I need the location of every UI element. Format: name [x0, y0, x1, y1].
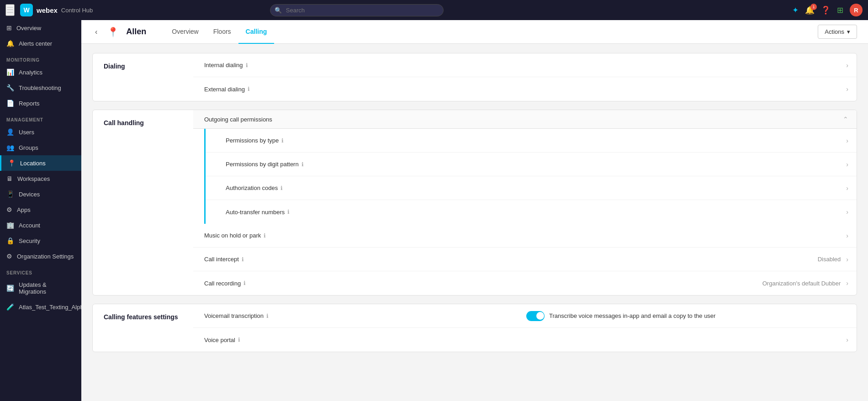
sidebar-item-atlas-test[interactable]: 🧪 Atlas_Test_Texting_Alpha	[0, 299, 81, 315]
voicemail-transcription-label: Voicemail transcription ℹ	[204, 312, 526, 319]
main-content: ‹ 📍 Allen Overview Floors Calling Action…	[81, 20, 868, 401]
voicemail-transcription-row: Voicemail transcription ℹ Transcribe voi…	[193, 304, 857, 328]
devices-icon: 📱	[6, 190, 14, 198]
sidebar-item-users[interactable]: 👤 Users	[0, 124, 81, 140]
voicemail-toggle[interactable]	[526, 311, 545, 321]
sidebar-item-security[interactable]: 🔒 Security	[0, 233, 81, 248]
indent-bar: Permissions by type ℹ › Permissions by d…	[204, 129, 857, 224]
security-icon: 🔒	[6, 237, 14, 244]
account-icon: 🏢	[6, 222, 14, 229]
external-dialing-info-icon[interactable]: ℹ	[248, 86, 250, 92]
topnav: ☰ W webex Control Hub 🔍 ✦ 🔔 1 ❓ ⊞ R	[0, 0, 868, 20]
call-handling-title: Call handling	[93, 110, 193, 295]
alerts-icon: 🔔	[6, 40, 14, 47]
app-logo: W webex Control Hub	[20, 4, 93, 16]
call-recording-chevron-icon: ›	[846, 280, 848, 287]
page-header: ‹ 📍 Allen Overview Floors Calling Action…	[81, 20, 868, 44]
sidebar-item-updates[interactable]: 🔄 Updates & Migrations	[0, 277, 81, 299]
music-hold-label: Music on hold or park ℹ	[204, 232, 846, 239]
call-recording-value: Organization's default Dubber	[762, 280, 841, 287]
auth-codes-row[interactable]: Authorization codes ℹ ›	[206, 176, 857, 200]
external-dialing-row[interactable]: External dialing ℹ ›	[193, 77, 857, 101]
auth-codes-info-icon[interactable]: ℹ	[281, 185, 283, 191]
internal-dialing-row[interactable]: Internal dialing ℹ ›	[193, 53, 857, 77]
tab-floors[interactable]: Floors	[206, 20, 238, 44]
permissions-digit-row[interactable]: Permissions by digit pattern ℹ ›	[206, 153, 857, 176]
help-button[interactable]: ❓	[821, 5, 831, 15]
tab-overview[interactable]: Overview	[164, 20, 206, 44]
call-intercept-info-icon[interactable]: ℹ	[242, 256, 244, 263]
sidebar-item-apps[interactable]: ⚙ Apps	[0, 202, 81, 217]
troubleshooting-icon: 🔧	[6, 84, 14, 91]
sidebar-item-org-settings[interactable]: ⚙ Organization Settings	[0, 248, 81, 264]
sidebar-item-label: Updates & Migrations	[19, 281, 75, 295]
sidebar-item-label: Troubleshooting	[19, 84, 61, 91]
auto-transfer-chevron-icon: ›	[846, 208, 848, 216]
call-recording-info-icon[interactable]: ℹ	[243, 280, 246, 286]
voicemail-toggle-label: Transcribe voice messages in-app and ema…	[549, 312, 715, 319]
sidebar-item-devices[interactable]: 📱 Devices	[0, 186, 81, 202]
permissions-digit-chevron-icon: ›	[846, 161, 848, 168]
permissions-type-info-icon[interactable]: ℹ	[281, 137, 284, 144]
voice-portal-row[interactable]: Voice portal ℹ ›	[193, 328, 857, 352]
services-section-label: SERVICES	[0, 264, 81, 277]
auto-transfer-row[interactable]: Auto-transfer numbers ℹ ›	[206, 200, 857, 224]
apps-icon: ⚙	[6, 206, 12, 213]
brand-name: webex	[37, 6, 58, 14]
org-settings-icon: ⚙	[6, 253, 12, 260]
sidebar-item-label: Users	[19, 129, 34, 136]
permissions-digit-info-icon[interactable]: ℹ	[302, 161, 304, 168]
dialing-rows: Internal dialing ℹ › External dialing ℹ …	[193, 53, 857, 101]
voice-portal-info-icon[interactable]: ℹ	[238, 337, 240, 343]
sidebar-item-label: Security	[19, 237, 40, 244]
call-intercept-chevron-icon: ›	[846, 256, 848, 263]
external-dialing-label: External dialing ℹ	[204, 86, 846, 93]
sidebar-item-label: Reports	[19, 100, 40, 107]
back-button[interactable]: ‹	[92, 26, 100, 38]
ai-assistant-button[interactable]: ✦	[792, 5, 799, 15]
voicemail-toggle-slider	[526, 311, 545, 321]
sidebar-item-analytics[interactable]: 📊 Analytics	[0, 64, 81, 80]
sidebar-item-groups[interactable]: 👥 Groups	[0, 140, 81, 155]
outgoing-permissions-header[interactable]: Outgoing call permissions ⌃	[193, 110, 857, 129]
sidebar-item-reports[interactable]: 📄 Reports	[0, 95, 81, 111]
notifications-button[interactable]: 🔔 1	[805, 5, 815, 15]
call-recording-row[interactable]: Call recording ℹ Organization's default …	[193, 271, 857, 295]
updates-icon: 🔄	[6, 285, 14, 292]
groups-icon: 👥	[6, 144, 14, 151]
auto-transfer-info-icon[interactable]: ℹ	[287, 209, 290, 215]
apps-button[interactable]: ⊞	[837, 5, 843, 15]
sidebar-item-label: Workspaces	[17, 175, 50, 182]
actions-button[interactable]: Actions ▾	[818, 25, 857, 39]
sidebar-item-overview[interactable]: ⊞ Overview	[0, 20, 81, 36]
music-hold-info-icon[interactable]: ℹ	[264, 232, 266, 239]
avatar[interactable]: R	[850, 4, 863, 16]
search-container: 🔍	[270, 4, 444, 16]
call-handling-rows: Outgoing call permissions ⌃ Permissions …	[193, 110, 857, 295]
hamburger-menu[interactable]: ☰	[5, 4, 15, 16]
product-name: Control Hub	[61, 7, 93, 14]
sidebar-item-label: Organization Settings	[17, 253, 74, 260]
calling-features-title: Calling features settings	[93, 304, 193, 352]
sidebar-item-account[interactable]: 🏢 Account	[0, 217, 81, 233]
call-handling-card: Call handling Outgoing call permissions …	[92, 110, 857, 295]
sidebar-item-alerts[interactable]: 🔔 Alerts center	[0, 36, 81, 51]
tab-calling[interactable]: Calling	[238, 20, 275, 44]
internal-dialing-info-icon[interactable]: ℹ	[246, 62, 248, 69]
sidebar-item-troubleshooting[interactable]: 🔧 Troubleshooting	[0, 80, 81, 95]
sidebar-item-label: Groups	[19, 144, 38, 151]
dialing-section-title: Dialing	[93, 53, 193, 101]
page-title: Allen	[126, 27, 146, 37]
search-input[interactable]	[270, 4, 444, 16]
voicemail-transcription-info-icon[interactable]: ℹ	[266, 313, 269, 319]
sidebar-item-workspaces[interactable]: 🖥 Workspaces	[0, 171, 81, 186]
internal-dialing-chevron-icon: ›	[846, 62, 848, 69]
sidebar-item-locations[interactable]: 📍 Locations	[0, 155, 81, 171]
management-section-label: MANAGEMENT	[0, 111, 81, 124]
sidebar-item-label: Locations	[20, 160, 46, 167]
permissions-type-row[interactable]: Permissions by type ℹ ›	[206, 129, 857, 153]
call-intercept-row[interactable]: Call intercept ℹ Disabled ›	[193, 248, 857, 271]
monitoring-section-label: MONITORING	[0, 51, 81, 64]
music-hold-row[interactable]: Music on hold or park ℹ ›	[193, 224, 857, 248]
workspaces-icon: 🖥	[6, 175, 13, 182]
